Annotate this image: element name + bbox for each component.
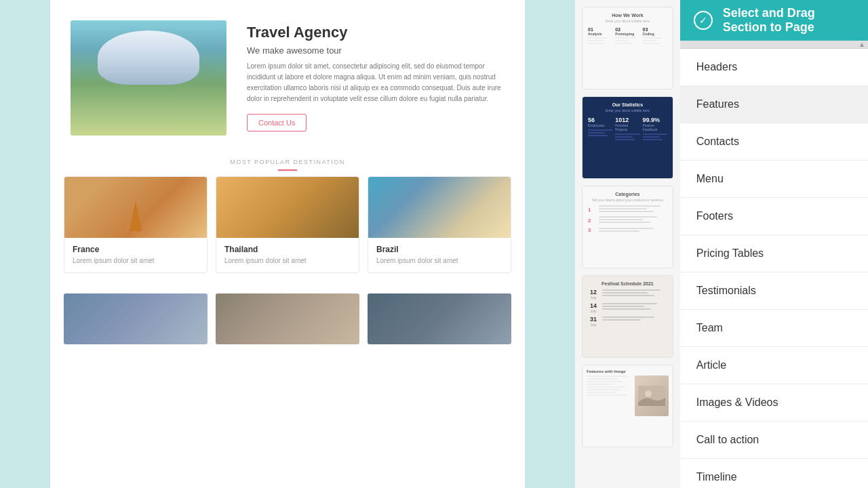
card-body-brazil: Brazil Lorem ipsum dolor sit amet bbox=[368, 238, 511, 272]
bottom-grid bbox=[64, 293, 511, 344]
card-title-brazil: Brazil bbox=[376, 245, 502, 254]
card-image-france bbox=[64, 177, 207, 238]
bottom-image-1 bbox=[64, 293, 208, 344]
card-desc-france: Lorem ipsum dolor sit amet bbox=[73, 257, 199, 264]
category-item-contacts[interactable]: Contacts bbox=[680, 123, 868, 161]
check-icon: ✓ bbox=[694, 11, 713, 30]
category-item-team[interactable]: Team bbox=[680, 310, 868, 347]
thumb-2-col-3: 99.9% Positive Feedback bbox=[643, 117, 667, 140]
thumb-1-col-3: 03 Coding bbox=[643, 27, 667, 45]
card-image-brazil bbox=[368, 177, 511, 238]
bottom-image-2 bbox=[216, 293, 359, 344]
thumb-2-col-2: 1012 Finished Projects bbox=[615, 117, 639, 140]
thumb-1-sub: Enter your block subtitle here bbox=[588, 19, 667, 23]
card-body-thailand: Thailand Lorem ipsum dolor sit amet bbox=[216, 238, 359, 272]
card-title-thailand: Thailand bbox=[224, 245, 351, 254]
thumb-3-row-3: 3 bbox=[588, 227, 667, 233]
card-body-france: France Lorem ipsum dolor sit amet bbox=[64, 238, 207, 272]
thumb-3-row-1: 1 bbox=[588, 205, 667, 214]
thumb-preview-5: Features with Image bbox=[583, 365, 673, 447]
top-header: ✓ Select and Drag Section to Page bbox=[680, 0, 868, 41]
bottom-image-3 bbox=[368, 293, 511, 344]
card-thailand[interactable]: Thailand Lorem ipsum dolor sit amet bbox=[216, 176, 359, 273]
thumb-1-cols: 01 Analysis 02 Prototyping bbox=[588, 27, 667, 45]
thumb-4-title: Festival Schedule 2021 bbox=[588, 281, 667, 286]
category-item-timeline[interactable]: Timeline bbox=[680, 459, 868, 488]
hero-subtitle: We make awesome tour bbox=[247, 45, 505, 56]
thumbnails-column[interactable]: How We Work Enter your block subtitle he… bbox=[575, 0, 680, 488]
contact-us-button[interactable]: Contact Us bbox=[247, 114, 307, 131]
category-item-footers[interactable]: Footers bbox=[680, 198, 868, 235]
thumb-5-inner bbox=[587, 375, 669, 416]
thumb-5-left bbox=[587, 375, 632, 416]
svg-point-1 bbox=[645, 390, 652, 397]
thumb-2-cols: 56 Employees 1012 Finished Projects bbox=[588, 117, 667, 140]
thumbnail-categories[interactable]: Categories Tell your clients about your … bbox=[582, 186, 673, 268]
thumb-3-row-2: 2 bbox=[588, 216, 667, 224]
category-nav: Headers Features Contacts Menu Footers P… bbox=[680, 49, 868, 488]
thumb-preview-2: Our Statistics Enter your block subtitle… bbox=[583, 97, 673, 178]
hero-image bbox=[71, 20, 226, 136]
hero-body: Lorem ipsum dolor sit amet, consectetur … bbox=[247, 61, 505, 104]
scroll-indicator: ▲ bbox=[680, 41, 868, 49]
thumb-3-sub: Tell your clients about your products or… bbox=[588, 198, 667, 202]
thumbnail-how-we-work[interactable]: How We Work Enter your block subtitle he… bbox=[582, 7, 673, 89]
thumb-3-title: Categories bbox=[588, 192, 667, 197]
thumb-5-right-image bbox=[635, 375, 669, 416]
category-item-testimonials[interactable]: Testimonials bbox=[680, 272, 868, 310]
bottom-section bbox=[50, 287, 525, 344]
hero-section: Travel Agency We make awesome tour Lorem… bbox=[50, 0, 525, 149]
category-item-call-to-action[interactable]: Call to action bbox=[680, 422, 868, 459]
thumb-2-col-1: 56 Employees bbox=[588, 117, 612, 140]
scroll-up-button[interactable]: ▲ bbox=[859, 41, 865, 48]
cards-grid: France Lorem ipsum dolor sit amet Thaila… bbox=[64, 176, 511, 273]
thumb-preview-3: Categories Tell your clients about your … bbox=[583, 186, 673, 268]
category-item-article[interactable]: Article bbox=[680, 347, 868, 384]
category-item-headers[interactable]: Headers bbox=[680, 49, 868, 86]
thumb-5-title: Features with Image bbox=[587, 369, 669, 373]
thumbnail-features-with-image[interactable]: Features with Image bbox=[582, 365, 673, 447]
header-title: Select and Drag Section to Page bbox=[723, 6, 854, 35]
category-item-images-videos[interactable]: Images & Videos bbox=[680, 384, 868, 422]
thumb-4-row-2: 14 July bbox=[588, 303, 667, 313]
card-desc-thailand: Lorem ipsum dolor sit amet bbox=[224, 257, 351, 264]
card-desc-brazil: Lorem ipsum dolor sit amet bbox=[376, 257, 502, 264]
thumb-preview-1: How We Work Enter your block subtitle he… bbox=[583, 7, 673, 89]
card-image-thailand bbox=[216, 177, 359, 238]
thumb-2-sub: Enter your block subtitle here bbox=[588, 108, 667, 113]
hero-title: Travel Agency bbox=[247, 24, 505, 41]
header-bar: ✓ Select and Drag Section to Page ▲ Head… bbox=[680, 0, 868, 488]
preview-content: Travel Agency We make awesome tour Lorem… bbox=[50, 0, 525, 488]
thumb-4-row-1: 12 July bbox=[588, 289, 667, 300]
preview-area: Travel Agency We make awesome tour Lorem… bbox=[0, 0, 575, 488]
card-france[interactable]: France Lorem ipsum dolor sit amet bbox=[64, 176, 208, 273]
thumbnail-our-statistics[interactable]: Our Statistics Enter your block subtitle… bbox=[582, 96, 673, 179]
thumb-preview-4: Festival Schedule 2021 12 July bbox=[583, 276, 673, 357]
section-underline bbox=[278, 169, 297, 171]
card-brazil[interactable]: Brazil Lorem ipsum dolor sit amet bbox=[368, 176, 511, 273]
thumb-1-title: How We Work bbox=[588, 13, 667, 18]
thumb-1-col-1: 01 Analysis bbox=[588, 27, 612, 45]
thumb-1-col-2: 02 Prototyping bbox=[615, 27, 639, 45]
thumb-4-row-3: 31 July bbox=[588, 317, 667, 327]
right-panel: How We Work Enter your block subtitle he… bbox=[575, 0, 868, 488]
category-item-pricing-tables[interactable]: Pricing Tables bbox=[680, 235, 868, 272]
hero-text: Travel Agency We make awesome tour Lorem… bbox=[247, 20, 505, 131]
cards-section: France Lorem ipsum dolor sit amet Thaila… bbox=[50, 176, 525, 287]
section-label: MOST POPULAR DESTINATION bbox=[230, 159, 345, 165]
thumb-2-title: Our Statistics bbox=[588, 102, 667, 107]
category-item-menu[interactable]: Menu bbox=[680, 161, 868, 198]
category-item-features[interactable]: Features bbox=[680, 86, 868, 123]
section-divider: MOST POPULAR DESTINATION bbox=[50, 149, 525, 176]
thumbnail-festival-schedule[interactable]: Festival Schedule 2021 12 July bbox=[582, 275, 673, 358]
card-title-france: France bbox=[73, 245, 199, 254]
